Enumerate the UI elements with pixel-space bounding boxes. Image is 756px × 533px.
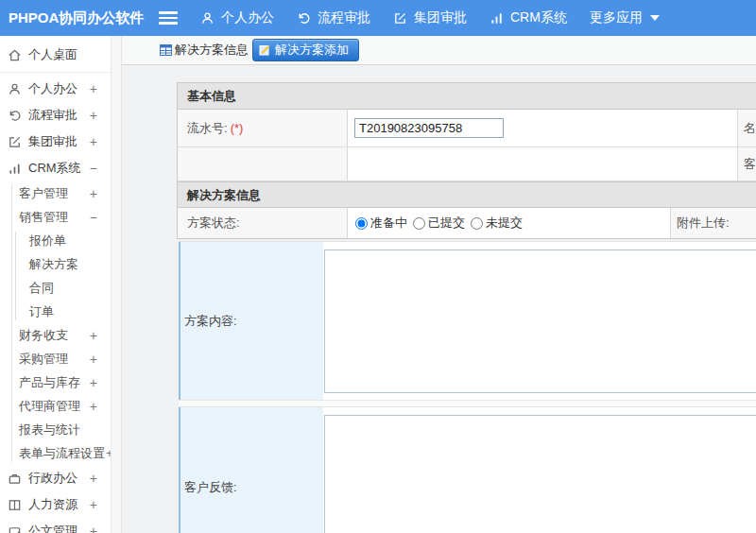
status-label: 方案状态:	[187, 215, 240, 232]
sidebar-item-label: 人力资源	[28, 496, 77, 513]
expand-plus-icon[interactable]: +	[90, 497, 97, 512]
status-row: 方案状态: 准备中 已提交 未提交	[178, 208, 756, 238]
expand-plus-icon[interactable]: +	[90, 328, 97, 343]
sidebar-item-label: 财务收支	[19, 327, 68, 344]
crm-submenu: 客户管理 + 销售管理 − 报价单 解决方案 合同 订单	[0, 181, 111, 465]
content-textarea[interactable]	[324, 249, 756, 393]
edit-icon	[8, 135, 22, 149]
nav-label: 集团审批	[414, 9, 467, 26]
serial-input[interactable]	[354, 118, 504, 138]
radio-preparing[interactable]	[355, 217, 368, 230]
sidebar-item-label: 表单与流程设置	[19, 445, 105, 462]
sidebar-item-product-inventory[interactable]: 产品与库存 +	[0, 370, 111, 394]
sidebar-item-label: 订单	[29, 303, 54, 320]
status-label-cell: 方案状态:	[178, 208, 348, 238]
sidebar-item-label: 行政办公	[28, 470, 77, 487]
caret-down-icon	[650, 15, 660, 21]
sidebar-item-quotation[interactable]: 报价单	[0, 229, 111, 252]
sidebar-item-agent-mgmt[interactable]: 代理商管理 +	[0, 394, 111, 418]
content-label-cell: 方案内容:	[179, 242, 323, 400]
sidebar-item-purchasing[interactable]: 采购管理 +	[0, 347, 111, 370]
collapse-minus-icon[interactable]: −	[90, 210, 97, 225]
app-logo: PHPOA协同办公软件	[0, 9, 159, 27]
name-label-cell: 名称	[738, 110, 756, 146]
briefcase-icon	[8, 472, 22, 486]
sidebar-item-label: 合同	[29, 280, 54, 297]
sidebar-item-label: 流程审批	[28, 107, 77, 124]
add-edit-icon	[259, 44, 271, 56]
expand-plus-icon[interactable]: +	[90, 81, 97, 96]
customer-label-cell: 客户	[738, 147, 756, 181]
section-header-basic: 基本信息	[178, 83, 756, 110]
sidebar-scrollbar[interactable]	[112, 36, 122, 533]
sidebar-item-contract[interactable]: 合同	[0, 276, 111, 300]
document-icon	[8, 524, 22, 533]
name-label: 名称	[744, 120, 756, 137]
sidebar-item-label: 销售管理	[19, 209, 68, 226]
hamburger-menu-icon[interactable]	[159, 11, 178, 25]
sidebar-item-personal-desktop[interactable]: 个人桌面	[0, 42, 111, 68]
sidebar-item-form-workflow-settings[interactable]: 表单与流程设置 +	[0, 441, 111, 465]
sidebar: 个人桌面 个人办公 + 流程审批 + 集团审批 + CRM系统 − 客户管理	[0, 36, 112, 533]
sidebar-item-solution[interactable]: 解决方案	[0, 252, 111, 276]
row-gap	[179, 400, 756, 406]
radio-option-unsubmitted[interactable]: 未提交	[471, 215, 523, 232]
sidebar-item-personal-office[interactable]: 个人办公 +	[0, 76, 111, 102]
section-header-solution: 解决方案信息	[178, 181, 756, 208]
sidebar-item-workflow-approval[interactable]: 流程审批 +	[0, 102, 111, 129]
expand-plus-icon[interactable]: +	[90, 375, 97, 390]
sidebar-item-hr[interactable]: 人力资源 +	[0, 491, 111, 518]
radio-option-submitted[interactable]: 已提交	[413, 215, 465, 232]
expand-plus-icon[interactable]: +	[90, 108, 97, 123]
sidebar-item-label: 集团审批	[28, 133, 77, 150]
radio-option-preparing[interactable]: 准备中	[355, 215, 407, 232]
tab-solution-info[interactable]: 解决方案信息	[160, 42, 249, 59]
person-icon	[200, 11, 215, 26]
sidebar-item-customer-mgmt[interactable]: 客户管理 +	[0, 181, 111, 205]
sidebar-item-label: 解决方案	[29, 256, 78, 273]
nav-more-apps[interactable]: 更多应用	[590, 9, 660, 26]
sidebar-item-sales-mgmt[interactable]: 销售管理 −	[0, 205, 111, 229]
nav-group-approval[interactable]: 集团审批	[393, 9, 467, 26]
editor-table: 方案内容: 客户反馈:	[179, 241, 756, 533]
attachment-label-cell: 附件上传:	[671, 208, 756, 238]
serial-label: 流水号:	[187, 120, 228, 137]
sidebar-item-finance[interactable]: 财务收支 +	[0, 323, 111, 347]
expand-plus-icon[interactable]: +	[90, 471, 97, 486]
sidebar-item-document-mgmt[interactable]: 公文管理 +	[0, 518, 111, 533]
serial-row: 流水号: (*) 名称	[178, 110, 756, 147]
expand-plus-icon[interactable]: +	[90, 352, 97, 367]
sidebar-item-admin-office[interactable]: 行政办公 +	[0, 465, 111, 491]
sidebar-item-order[interactable]: 订单	[0, 300, 111, 323]
radio-unsubmitted[interactable]	[471, 217, 483, 230]
radio-submitted[interactable]	[413, 217, 425, 230]
content-row: 方案内容:	[179, 241, 756, 400]
sidebar-item-crm-system[interactable]: CRM系统 −	[0, 155, 111, 181]
expand-plus-icon[interactable]: +	[90, 186, 97, 201]
expand-plus-icon[interactable]: +	[90, 134, 97, 149]
edit-icon	[393, 11, 407, 26]
bar-chart-icon	[8, 162, 22, 176]
tab-label: 解决方案添加	[275, 42, 349, 59]
collapse-minus-icon[interactable]: −	[90, 161, 97, 176]
expand-plus-icon[interactable]: +	[90, 399, 97, 414]
sidebar-item-group-approval[interactable]: 集团审批 +	[0, 129, 111, 155]
feedback-label: 客户反馈:	[184, 479, 237, 496]
tab-solution-add[interactable]: 解决方案添加	[252, 39, 359, 61]
expand-plus-icon[interactable]: +	[90, 524, 97, 533]
nav-label: 个人办公	[221, 9, 274, 26]
nav-workflow-approval[interactable]: 流程审批	[297, 9, 370, 26]
feedback-label-cell: 客户反馈:	[179, 407, 323, 533]
sidebar-item-label: CRM系统	[28, 160, 81, 177]
feedback-row: 客户反馈:	[179, 406, 756, 533]
feedback-textarea[interactable]	[324, 415, 756, 533]
sidebar-item-reports-stats[interactable]: 报表与统计	[0, 418, 111, 441]
sidebar-item-label: 个人办公	[28, 80, 77, 97]
empty-label-cell	[178, 147, 348, 181]
nav-personal-office[interactable]: 个人办公	[200, 9, 274, 26]
sidebar-item-label: 代理商管理	[19, 398, 80, 415]
nav-crm-system[interactable]: CRM系统	[490, 9, 567, 26]
tabbar: 解决方案信息 解决方案添加	[122, 36, 756, 65]
sales-submenu: 报价单 解决方案 合同 订单	[0, 229, 111, 323]
sidebar-item-label: 客户管理	[19, 185, 68, 202]
